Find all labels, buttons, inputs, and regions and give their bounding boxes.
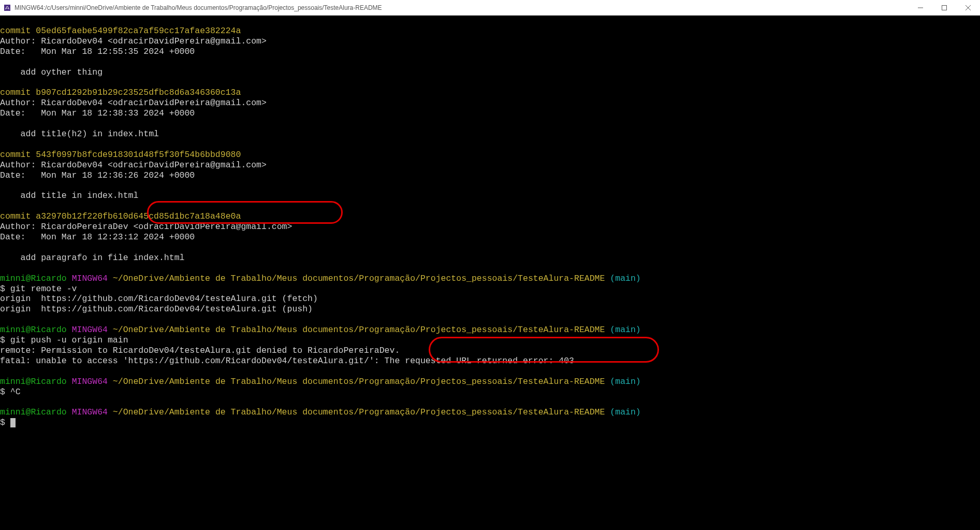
maximize-button[interactable]	[932, 0, 956, 15]
close-button[interactable]	[956, 0, 980, 15]
output-line: origin https://github.com/RicardoDev04/t…	[0, 304, 313, 314]
commit-date: Date: Mon Mar 18 12:55:35 2024 +0000	[0, 47, 195, 56]
terminal[interactable]: commit 05ed65faebe5499f82ca7af59cc17afae…	[0, 16, 980, 530]
commit-msg: add title(h2) in index.html	[0, 129, 159, 139]
terminal-content: commit 05ed65faebe5499f82ca7af59cc17afae…	[0, 16, 641, 428]
prompt-branch: (main)	[610, 377, 640, 386]
prompt-branch: (main)	[610, 274, 640, 283]
commit-hash: commit a32970b12f220fb610d645cd85d1bc7a1…	[0, 211, 241, 221]
prompt-userhost: minni@Ricardo	[0, 377, 67, 386]
commit-date: Date: Mon Mar 18 12:36:26 2024 +0000	[0, 170, 195, 180]
prompt-path: ~/OneDrive/Ambiente de Trabalho/Meus doc…	[113, 325, 605, 335]
commit-date: Date: Mon Mar 18 12:38:33 2024 +0000	[0, 108, 195, 118]
svg-rect-2	[942, 5, 947, 10]
minimize-button[interactable]	[909, 0, 932, 15]
output-line: fatal: unable to access 'https://github.…	[0, 356, 574, 366]
commit-hash: commit 543f0997b8fcde918301d48f5f30f54b6…	[0, 150, 241, 160]
prompt-userhost: minni@Ricardo	[0, 274, 67, 283]
output-line: remote: Permission to RicardoDev04/teste…	[0, 346, 400, 355]
prompt-shell: MINGW64	[72, 407, 108, 417]
prompt-shell: MINGW64	[72, 377, 108, 386]
prompt-branch: (main)	[610, 325, 640, 335]
window-controls	[909, 0, 980, 15]
prompt-shell: MINGW64	[72, 274, 108, 283]
commit-hash: commit b907cd1292b91b29c23525dfbc8d6a346…	[0, 88, 241, 97]
commit-author: Author: RicardoDev04 <odracirDavidPereir…	[0, 160, 267, 170]
commit-author: Author: RicardoPereiraDev <odracirDavidP…	[0, 222, 292, 232]
commit-msg: add oyther thing	[0, 67, 103, 77]
prompt-userhost: minni@Ricardo	[0, 407, 67, 417]
cursor	[10, 418, 16, 427]
prompt-branch: (main)	[610, 407, 640, 417]
commit-date: Date: Mon Mar 18 12:23:12 2024 +0000	[0, 232, 195, 242]
prompt-userhost: minni@Ricardo	[0, 325, 67, 335]
commit-hash: commit 05ed65faebe5499f82ca7af59cc17afae…	[0, 26, 241, 36]
window-title: MINGW64:/c/Users/minni/OneDrive/Ambiente…	[14, 4, 909, 11]
command-line: $ ^C	[0, 387, 21, 397]
commit-author: Author: RicardoDev04 <odracirDavidPereir…	[0, 36, 267, 46]
commit-author: Author: RicardoDev04 <odracirDavidPereir…	[0, 98, 267, 108]
command-line: $ git remote -v	[0, 284, 77, 294]
prompt-shell: MINGW64	[72, 325, 108, 335]
svg-rect-0	[4, 5, 10, 11]
command-line: $	[0, 418, 10, 427]
app-icon	[3, 4, 11, 12]
prompt-path: ~/OneDrive/Ambiente de Trabalho/Meus doc…	[113, 407, 605, 417]
prompt-path: ~/OneDrive/Ambiente de Trabalho/Meus doc…	[113, 274, 605, 283]
commit-msg: add title in index.html	[0, 191, 138, 200]
commit-msg: add paragrafo in file index.html	[0, 253, 184, 263]
prompt-path: ~/OneDrive/Ambiente de Trabalho/Meus doc…	[113, 377, 605, 386]
command-line: $ git push -u origin main	[0, 335, 128, 345]
window-titlebar: MINGW64:/c/Users/minni/OneDrive/Ambiente…	[0, 0, 980, 16]
output-line: origin https://github.com/RicardoDev04/t…	[0, 294, 318, 304]
